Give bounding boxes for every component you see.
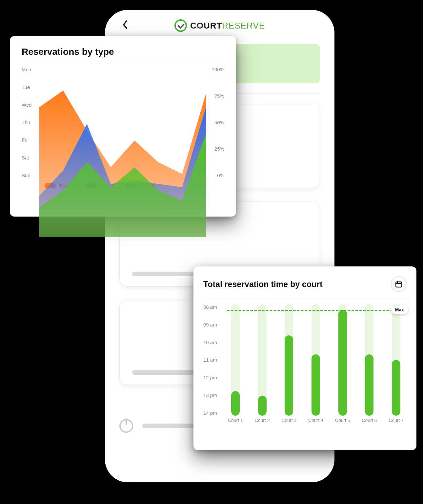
axis-tick: 50% [207, 120, 224, 125]
axis-tick: Sun [22, 173, 38, 178]
area-chart: MonTueWedThuFriSatSun 100%75%50%25%0% [22, 67, 224, 178]
calendar-button[interactable] [391, 276, 407, 292]
axis-tick: 75% [207, 93, 224, 99]
bar-chart-x-axis: Court 1Court 2Court 3Court 4Court 5Court… [227, 418, 405, 427]
reservation-time-by-court-card: Total reservation time by court 08 am09 … [193, 266, 416, 450]
bar-track-bg [258, 304, 267, 416]
bar-track [361, 304, 378, 416]
bar-track-bg [312, 304, 320, 416]
bar-track-bg [392, 304, 400, 416]
axis-tick: 0% [207, 173, 224, 178]
axis-tick: Sat [22, 155, 38, 160]
axis-tick: Mon [22, 67, 38, 72]
axis-tick: Court 5 [334, 418, 351, 427]
axis-tick: 13 pm [203, 392, 223, 398]
axis-tick: Court 7 [388, 418, 405, 427]
axis-tick: Court 3 [280, 418, 297, 427]
bar-track-bg [338, 304, 347, 416]
bar-track [254, 304, 271, 416]
area-chart-svg [39, 71, 206, 237]
axis-tick: 100% [207, 67, 224, 72]
bar-chart-y-axis: 08 am09 am10 am11 am12 pm13 pm14 pm [203, 304, 223, 416]
bar-fill [258, 396, 267, 416]
brand-secondary: RESERVE [222, 21, 265, 31]
area-chart-left-axis: MonTueWedThuFriSatSun [22, 67, 38, 178]
bar-track [388, 304, 405, 416]
axis-tick: 09 am [203, 322, 223, 327]
bar-chart: 08 am09 am10 am11 am12 pm13 pm14 pm Max … [203, 302, 407, 427]
bar-chart-bars [227, 304, 405, 416]
bar-card-header: Total reservation time by court [203, 276, 407, 292]
checkmark-circle-icon [174, 19, 187, 32]
divider [203, 298, 407, 298]
bar-track-bg [231, 304, 240, 416]
axis-tick: Court 6 [361, 418, 378, 427]
axis-tick: 08 am [203, 304, 223, 310]
bar-chart-max-line [227, 310, 405, 311]
calendar-icon [395, 280, 403, 288]
bar-fill [285, 335, 293, 416]
bar-fill [338, 310, 347, 416]
axis-tick: Fri [22, 137, 38, 143]
bar-track-bg [365, 304, 373, 416]
axis-tick: Court 1 [227, 418, 244, 427]
axis-tick: Tue [22, 84, 38, 90]
axis-tick: 14 pm [203, 410, 223, 416]
back-button[interactable] [119, 20, 131, 32]
bar-track [334, 304, 351, 416]
bar-chart-title: Total reservation time by court [203, 280, 323, 289]
brand-primary: COURT [190, 21, 222, 31]
axis-tick: Wed [22, 102, 38, 108]
bar-fill [392, 360, 400, 416]
axis-tick: Court 4 [307, 418, 324, 427]
bar-fill [312, 354, 320, 416]
divider [22, 63, 224, 63]
area-chart-title: Reservations by type [22, 47, 224, 57]
axis-tick: Court 2 [254, 418, 271, 427]
area-chart-right-axis: 100%75%50%25%0% [207, 67, 224, 178]
bar-track [280, 304, 297, 416]
axis-tick: 11 am [203, 357, 223, 363]
bar-fill [365, 354, 373, 416]
brand-logo-lockup: COURTRESERVE [174, 19, 265, 32]
bar-track [227, 304, 244, 416]
reservations-by-type-card: Reservations by type MonTueWedThuFriSatS… [10, 36, 236, 217]
bar-track [307, 304, 324, 416]
axis-tick: 10 am [203, 340, 223, 345]
brand-name: COURTRESERVE [190, 21, 265, 31]
bar-fill [231, 391, 240, 416]
axis-tick: 12 pm [203, 375, 223, 380]
power-icon[interactable] [119, 419, 133, 433]
bar-chart-max-label: Max [391, 305, 408, 314]
chevron-left-icon [122, 20, 129, 32]
svg-rect-0 [396, 282, 402, 287]
axis-tick: 25% [207, 146, 224, 152]
bar-track-bg [285, 304, 293, 416]
axis-tick: Thu [22, 119, 38, 125]
